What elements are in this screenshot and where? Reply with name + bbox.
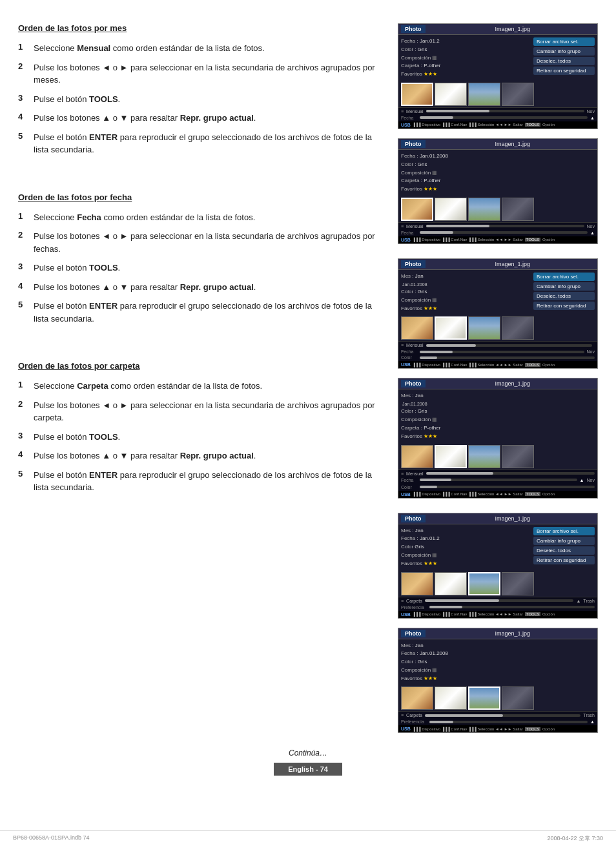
fecha-panel-2: Photo Imagen_1.jpg Mes : Jan Jan.01.2008… [398, 378, 598, 498]
step-carpeta-1: 1 Seleccione Carpeta como orden estándar… [18, 380, 386, 393]
section-fecha: Orden de las fotos por fecha 1 Seleccion… [18, 192, 386, 332]
step-mes-5: 5 Pulse el botón ENTER para reproducir e… [18, 131, 386, 156]
continues-text: Continúa… [289, 748, 327, 758]
step-carpeta-2: 2 Pulse los botones ◄ o ► para seleccion… [18, 399, 386, 424]
footer-left: BP68-00658A-01SPA.indb 74 [13, 834, 89, 843]
step-carpeta-4: 4 Pulse los botones ▲ o ▼ para resaltar … [18, 449, 386, 462]
step-mes-4: 4 Pulse los botones ▲ o ▼ para resaltar … [18, 112, 386, 125]
step-carpeta-5: 5 Pulse el botón ENTER para reproducir e… [18, 469, 386, 494]
step-mes-1: 1 Seleccione Mensual como orden estándar… [18, 42, 386, 55]
step-fecha-2: 2 Pulse los botones ◄ o ► para seleccion… [18, 230, 386, 255]
footer-right: 2008-04-22 오후 7:30 [547, 834, 603, 843]
mes-panel-2: Photo Imagen_1.jpg Fecha : Jan.01.2008 C… [398, 138, 598, 244]
section-title-mes: Orden de las fotos por mes [18, 23, 386, 33]
carpeta-panel-2: Photo Imagen_1.jpg Mes : Jan Fecha : Jan… [398, 628, 598, 734]
carpeta-panel-1: Photo Imagen_1.jpg Mes : Jan Fecha : Jan… [398, 513, 598, 619]
fecha-panel-1: Photo Imagen_1.jpg Mes : Jan Jan.01.2008… [398, 258, 598, 369]
section-title-fecha: Orden de las fotos por fecha [18, 192, 386, 202]
page-number-box: English - 74 [274, 763, 342, 776]
section-mes: Orden de las fotos por mes 1 Seleccione … [18, 23, 386, 163]
step-fecha-4: 4 Pulse los botones ▲ o ▼ para resaltar … [18, 281, 386, 294]
step-carpeta-3: 3 Pulse el botón TOOLS. [18, 431, 386, 444]
section-carpeta: Orden de las fotos por carpeta 1 Selecci… [18, 361, 386, 500]
step-fecha-3: 3 Pulse el botón TOOLS. [18, 262, 386, 274]
step-fecha-1: 1 Seleccione Fecha como orden estándar d… [18, 211, 386, 224]
step-mes-3: 3 Pulse el botón TOOLS. [18, 93, 386, 106]
section-title-carpeta: Orden de las fotos por carpeta [18, 361, 386, 371]
step-fecha-5: 5 Pulse el botón ENTER para reproducir e… [18, 300, 386, 325]
step-mes-2: 2 Pulse los botones ◄ o ► para seleccion… [18, 61, 386, 87]
mes-panel-1: Photo Imagen_1.jpg Fecha : Jan.01.2 Colo… [398, 23, 598, 129]
